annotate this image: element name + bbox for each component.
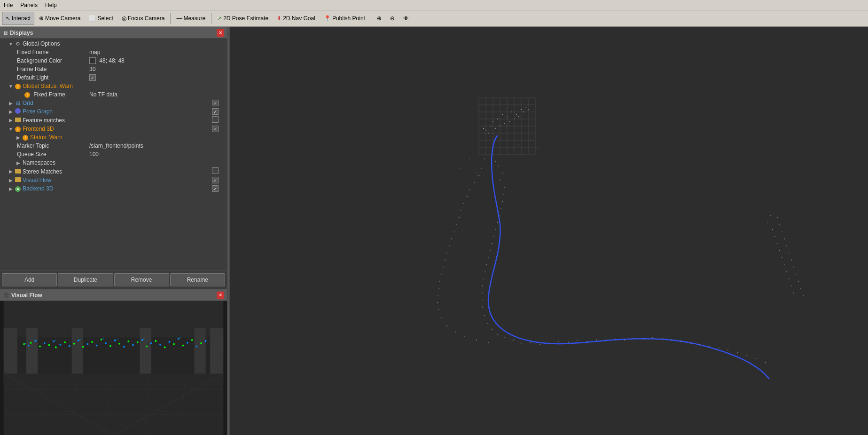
svg-point-210 [791, 285, 792, 286]
pose-graph-check[interactable]: ✓ [212, 108, 219, 115]
focus-camera-label: Focus Camera [128, 15, 165, 22]
svg-point-202 [782, 257, 782, 258]
frame-rate-value[interactable]: 30 [89, 66, 95, 72]
svg-point-165 [540, 344, 540, 345]
interact-button[interactable]: Interact [2, 12, 34, 25]
frontend-status-item[interactable]: ▶ ! Status: Warn [0, 133, 227, 142]
frontend-status-label: Status: Warn [29, 134, 227, 141]
marker-topic-value[interactable]: /slam_frontend/points [89, 142, 143, 149]
default-light-check[interactable]: ✓ [89, 74, 96, 81]
view-button[interactable]: 👁 [399, 12, 413, 25]
svg-point-83 [509, 121, 510, 122]
focus-camera-button[interactable]: ◎ Focus Camera [118, 12, 169, 25]
svg-point-215 [469, 158, 470, 159]
default-light-checkbox[interactable]: ✓ [89, 74, 96, 81]
svg-point-30 [60, 344, 62, 346]
svg-point-163 [521, 343, 522, 344]
warn-orange: ! [15, 127, 21, 132]
svg-point-49 [146, 346, 148, 348]
3d-viewport[interactable] [230, 27, 868, 435]
svg-point-36 [87, 343, 89, 345]
pose-estimate-button[interactable]: ↗ 2D Pose Estimate [213, 12, 272, 25]
publish-point-button[interactable]: 📍 Publish Point [320, 12, 369, 25]
visual-flow-header: 🎥 Visual Flow ✕ [0, 290, 227, 301]
svg-point-150 [482, 307, 483, 308]
svg-point-197 [784, 238, 785, 239]
stereo-matches-check[interactable] [212, 167, 219, 174]
stereo-matches-checkbox[interactable] [212, 167, 222, 175]
svg-point-173 [615, 339, 616, 340]
namespaces-item[interactable]: ▶ Namespaces [0, 158, 227, 167]
svg-point-22 [28, 345, 30, 347]
zoom-in-button[interactable]: ⊕ [373, 12, 385, 25]
pose-icon: ↗ [217, 15, 222, 22]
visual-flow-close-btn[interactable]: ✕ [217, 292, 224, 299]
feature-matches-item[interactable]: ▶ Feature matches [0, 116, 227, 125]
backend-3d-checkbox[interactable]: ✓ [212, 185, 222, 192]
pose-graph-checkbox[interactable]: ✓ [212, 108, 222, 115]
nav-goal-button[interactable]: ⬆ 2D Nav Goal [273, 12, 319, 25]
visual-flow-check[interactable]: ✓ [212, 177, 219, 183]
svg-point-152 [484, 315, 485, 316]
stereo-matches-arrow: ▶ [8, 169, 14, 174]
duplicate-button[interactable]: Duplicate [58, 273, 113, 286]
svg-point-58 [187, 342, 188, 344]
feature-matches-arrow: ▶ [8, 118, 14, 123]
svg-point-54 [168, 341, 170, 343]
svg-point-109 [481, 168, 482, 169]
feature-matches-checkbox[interactable] [212, 116, 222, 124]
queue-size-value[interactable]: 100 [89, 151, 99, 158]
pose-graph-item[interactable]: ▶ Pose Graph ✓ [0, 107, 227, 116]
svg-point-127 [454, 231, 454, 232]
global-options-item[interactable]: ▼ ⚙ Global Options [0, 40, 227, 48]
svg-point-204 [784, 264, 785, 265]
svg-point-126 [497, 222, 498, 223]
warn-circle-s: ! [23, 135, 28, 141]
svg-point-50 [150, 342, 152, 344]
svg-point-48 [141, 339, 143, 341]
displays-close-btn[interactable]: ✕ [217, 29, 224, 37]
stereo-matches-item[interactable]: ▶ Stereo Matches [0, 167, 227, 176]
svg-point-207 [796, 274, 797, 275]
svg-point-121 [461, 210, 461, 211]
stereo-matches-label: Stereo Matches [22, 168, 212, 175]
menu-file[interactable]: File [2, 2, 15, 8]
zoom-out-button[interactable]: ⊖ [386, 12, 399, 25]
svg-point-125 [456, 224, 457, 225]
rename-button[interactable]: Rename [170, 273, 225, 286]
menu-help[interactable]: Help [43, 2, 59, 8]
global-status-item[interactable]: ▼ ! Global Status: Warn [0, 82, 227, 90]
backend-3d-item[interactable]: ▶ ● Backend 3D ✓ [0, 184, 227, 193]
svg-point-81 [525, 107, 526, 108]
camera-move-icon: ⊕ [39, 15, 44, 22]
measure-button[interactable]: — Measure [172, 12, 209, 25]
svg-point-43 [118, 343, 120, 345]
add-button[interactable]: Add [2, 273, 57, 286]
feature-matches-check[interactable] [212, 116, 219, 123]
fixed-frame-value[interactable]: map [89, 49, 100, 55]
viewport-svg [230, 27, 868, 435]
backend-3d-check[interactable]: ✓ [212, 185, 219, 192]
move-camera-button[interactable]: ⊕ Move Camera [35, 12, 84, 25]
remove-button[interactable]: Remove [114, 273, 169, 286]
grid-item[interactable]: ▶ ⊞ Grid ✓ [0, 99, 227, 107]
svg-point-206 [786, 271, 787, 272]
frontend-3d-checkbox[interactable]: ✓ [212, 126, 222, 133]
svg-point-133 [446, 253, 447, 253]
svg-point-27 [48, 344, 50, 346]
svg-point-178 [662, 338, 663, 339]
select-button[interactable]: ⬜ Select [85, 12, 117, 25]
menu-panels[interactable]: Panels [18, 2, 39, 8]
toolbar-separator-2 [211, 13, 211, 24]
frontend-3d-arrow: ▼ [8, 127, 14, 132]
frontend-3d-check[interactable]: ✓ [212, 126, 219, 132]
svg-point-212 [793, 293, 794, 293]
grid-check[interactable]: ✓ [212, 100, 219, 106]
visual-flow-item[interactable]: ▶ Visual Flow ✓ [0, 176, 227, 184]
visual-flow-checkbox[interactable]: ✓ [212, 177, 222, 184]
grid-checkbox[interactable]: ✓ [212, 100, 222, 107]
svg-point-135 [445, 260, 446, 261]
bg-color-value[interactable]: 48; 48; 48 [89, 57, 125, 64]
svg-point-132 [492, 243, 493, 244]
frontend-3d-item[interactable]: ▼ ! Frontend 3D ✓ [0, 125, 227, 133]
